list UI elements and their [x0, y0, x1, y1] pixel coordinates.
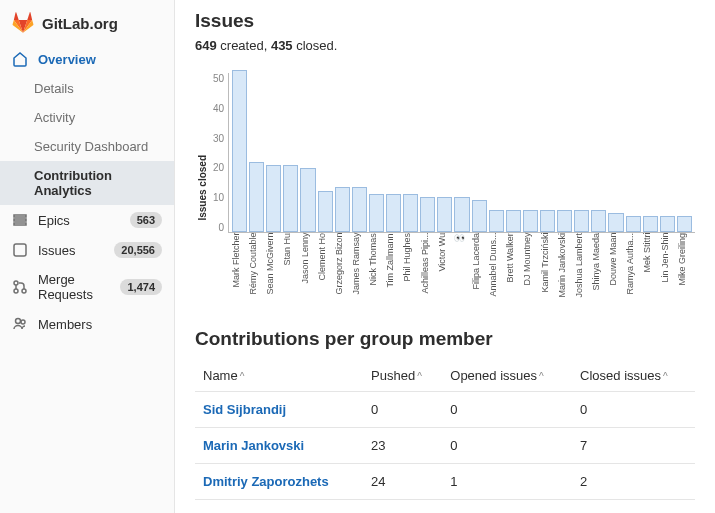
sort-icon: ^: [663, 371, 668, 382]
sidebar-sub-security[interactable]: Security Dashboard: [0, 132, 174, 161]
count-badge: 1,474: [120, 279, 162, 295]
org-header[interactable]: GitLab.org: [0, 8, 174, 44]
x-tick-label: Achilleas Pipi...: [420, 233, 435, 302]
sidebar: GitLab.org Overview Details Activity Sec…: [0, 0, 175, 513]
x-tick-label: Mark Fletcher: [231, 233, 246, 302]
x-tick-label: Ramya Autha...: [625, 233, 640, 302]
chart-plot: [228, 73, 695, 233]
cell-pushed: 23: [363, 427, 442, 463]
x-tick-label: Phil Hughes: [402, 233, 417, 302]
sidebar-item-members[interactable]: Members: [0, 309, 174, 339]
count-badge: 563: [130, 212, 162, 228]
chart-bar[interactable]: [283, 165, 298, 232]
nav-label: Issues: [38, 243, 114, 258]
sidebar-item-epics[interactable]: Epics 563: [0, 205, 174, 235]
cell-opened: 0: [442, 427, 572, 463]
chart-bar[interactable]: [540, 210, 555, 232]
chart-bar[interactable]: [232, 70, 247, 232]
table-row: Marin Jankovski2307: [195, 427, 695, 463]
x-tick-label: Rémy Coutable: [248, 233, 263, 302]
x-tick-label: Brett Walker: [505, 233, 520, 302]
x-tick-label: Shinya Maeda: [591, 233, 606, 302]
issues-title: Issues: [195, 10, 695, 32]
cell-closed: 7: [572, 427, 695, 463]
x-tick-label: 👀: [454, 233, 469, 302]
chart-bar[interactable]: [506, 210, 521, 232]
th-name[interactable]: Name^: [195, 360, 363, 392]
x-tick-label: Filipa Lacerda: [471, 233, 486, 302]
th-opened[interactable]: Opened issues^: [442, 360, 572, 392]
member-name[interactable]: Sid Sijbrandij: [195, 391, 363, 427]
gitlab-logo-icon: [12, 12, 34, 34]
sidebar-item-issues[interactable]: Issues 20,556: [0, 235, 174, 265]
svg-rect-3: [14, 244, 26, 256]
x-tick-label: Mike Greiling: [677, 233, 692, 302]
sidebar-sub-activity[interactable]: Activity: [0, 103, 174, 132]
chart-bar[interactable]: [403, 194, 418, 232]
x-tick-label: Jason Lenny: [300, 233, 315, 302]
issues-summary: 649 created, 435 closed.: [195, 38, 695, 53]
sort-icon: ^: [240, 371, 245, 382]
table-row: Sid Sijbrandij000: [195, 391, 695, 427]
svg-point-7: [16, 319, 21, 324]
members-icon: [12, 316, 28, 332]
th-closed[interactable]: Closed issues^: [572, 360, 695, 392]
th-pushed[interactable]: Pushed^: [363, 360, 442, 392]
merge-icon: [12, 279, 28, 295]
chart-bar[interactable]: [643, 216, 658, 232]
chart-bar[interactable]: [300, 168, 315, 232]
svg-rect-0: [14, 215, 26, 217]
x-tick-label: Grzegorz Bizon: [334, 233, 349, 302]
x-tick-label: Nick Thomas: [368, 233, 383, 302]
x-tick-label: Victor Wu: [437, 233, 452, 302]
sidebar-item-overview[interactable]: Overview: [0, 44, 174, 74]
chart-bar[interactable]: [591, 210, 606, 232]
cell-opened: 0: [442, 391, 572, 427]
chart-bar[interactable]: [352, 187, 367, 232]
sidebar-sub-contribution-analytics[interactable]: Contribution Analytics: [0, 161, 174, 205]
chart-bar[interactable]: [249, 162, 264, 232]
main-content: Issues 649 created, 435 closed. Issues c…: [175, 0, 715, 513]
chart-bar[interactable]: [369, 194, 384, 232]
member-name[interactable]: Dmitriy Zaporozhets: [195, 463, 363, 499]
chart-bar[interactable]: [437, 197, 452, 232]
cell-closed: 0: [572, 391, 695, 427]
chart-bar[interactable]: [660, 216, 675, 232]
x-tick-label: Lin Jen-Shin: [660, 233, 675, 302]
home-icon: [12, 51, 28, 67]
chart-bar[interactable]: [608, 213, 623, 232]
svg-rect-1: [14, 219, 26, 221]
chart-bar[interactable]: [266, 165, 281, 232]
chart-bar[interactable]: [489, 210, 504, 232]
svg-point-5: [14, 289, 18, 293]
chart-bar[interactable]: [523, 210, 538, 232]
svg-point-6: [22, 289, 26, 293]
contributions-table: Name^ Pushed^ Opened issues^ Closed issu…: [195, 360, 695, 500]
chart-bar[interactable]: [454, 197, 469, 232]
chart-bar[interactable]: [335, 187, 350, 232]
chart-bar[interactable]: [472, 200, 487, 232]
member-name[interactable]: Marin Jankovski: [195, 427, 363, 463]
chart-bar[interactable]: [386, 194, 401, 232]
cell-pushed: 0: [363, 391, 442, 427]
x-tick-label: Douwe Maan: [608, 233, 623, 302]
x-tick-label: Marin Jankovski: [557, 233, 572, 302]
x-tick-label: Tim Zallmann: [385, 233, 400, 302]
x-tick-label: Joshua Lambert: [574, 233, 589, 302]
y-ticks: 50403020100: [208, 73, 228, 233]
svg-point-4: [14, 281, 18, 285]
sidebar-sub-details[interactable]: Details: [0, 74, 174, 103]
chart-bar[interactable]: [557, 210, 572, 232]
chart-bar[interactable]: [574, 210, 589, 232]
x-tick-label: Mek Stittri: [642, 233, 657, 302]
chart-bar[interactable]: [677, 216, 692, 232]
epics-icon: [12, 212, 28, 228]
chart-bar[interactable]: [626, 216, 641, 232]
sidebar-item-merge-requests[interactable]: Merge Requests 1,474: [0, 265, 174, 309]
cell-pushed: 24: [363, 463, 442, 499]
svg-rect-2: [14, 223, 26, 225]
x-tick-label: Stan Hu: [282, 233, 297, 302]
chart-bar[interactable]: [318, 191, 333, 232]
svg-point-8: [21, 320, 25, 324]
chart-bar[interactable]: [420, 197, 435, 232]
